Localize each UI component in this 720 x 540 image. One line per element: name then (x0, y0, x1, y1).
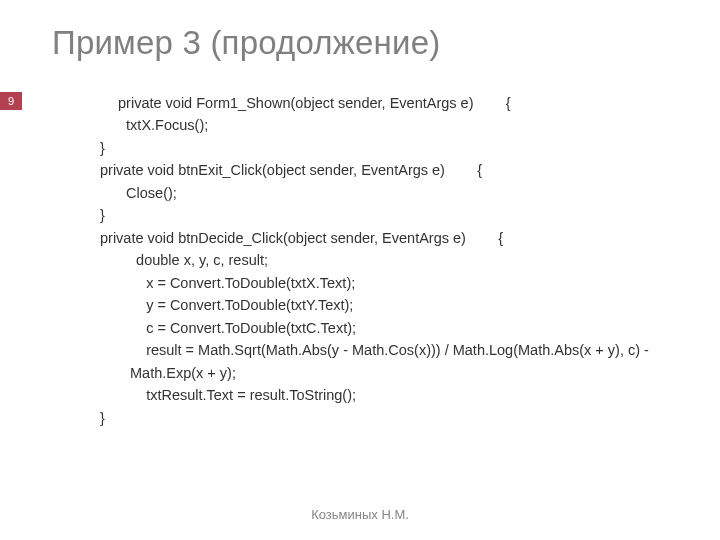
code-line: } (100, 137, 670, 159)
code-line: } (100, 204, 670, 226)
code-line: c = Convert.ToDouble(txtC.Text); (100, 317, 670, 339)
code-line: y = Convert.ToDouble(txtY.Text); (100, 294, 670, 316)
code-line: result = Math.Sqrt(Math.Abs(y - Math.Cos… (100, 339, 670, 384)
slide: Пример 3 (продолжение) 9 private void Fo… (0, 0, 720, 540)
code-line: x = Convert.ToDouble(txtX.Text); (100, 272, 670, 294)
footer-author: Козьминых Н.М. (0, 507, 720, 522)
slide-number-badge: 9 (0, 92, 22, 110)
code-line: double x, y, c, result; (100, 249, 670, 271)
code-block: private void Form1_Shown(object sender, … (100, 92, 670, 429)
code-line: private void btnExit_Click(object sender… (100, 159, 670, 181)
code-line: private void btnDecide_Click(object send… (100, 227, 670, 249)
slide-title: Пример 3 (продолжение) (52, 24, 680, 62)
code-line: txtX.Focus(); (100, 114, 670, 136)
code-line: private void Form1_Shown(object sender, … (100, 92, 670, 114)
slide-number: 9 (0, 92, 22, 110)
code-line: } (100, 407, 670, 429)
code-line: txtResult.Text = result.ToString(); (100, 384, 670, 406)
code-line: Close(); (100, 182, 670, 204)
